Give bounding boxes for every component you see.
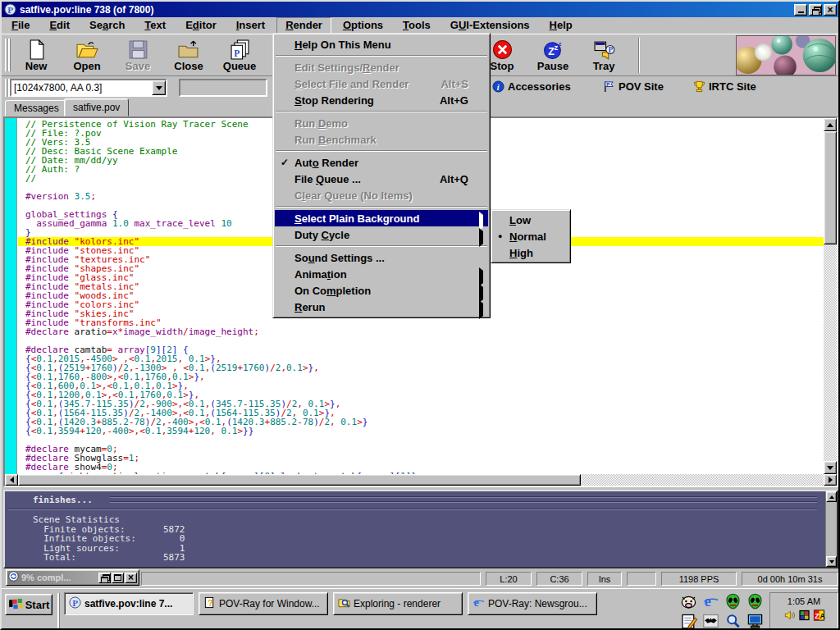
alien-icon[interactable] xyxy=(724,593,742,609)
menu-item-select-plain-background[interactable]: Select Plain Background xyxy=(275,210,488,226)
pause-button[interactable]: ZzzPause xyxy=(529,36,577,75)
restore-render-button[interactable] xyxy=(98,573,111,583)
minimized-render-window[interactable]: 9% compl... × xyxy=(6,569,139,586)
display-colors-icon[interactable] xyxy=(798,609,810,621)
link-label: IRTC Site xyxy=(709,80,756,93)
code-token: 3594 xyxy=(58,426,80,436)
submenu-item-label: Low xyxy=(509,214,564,226)
menu-item-animation[interactable]: Animation xyxy=(275,266,488,282)
render-preset-select[interactable]: [1024x7800, AA 0.3] xyxy=(10,79,167,97)
scroll-up-button[interactable] xyxy=(824,118,837,131)
menu-render[interactable]: Render xyxy=(276,17,331,34)
menu-item-auto-render[interactable]: ✓Auto Render xyxy=(275,154,488,171)
taskbar-task-satfive-pov-line-7[interactable]: Psatfive.pov:line 7... xyxy=(64,592,194,615)
bat-icon[interactable] xyxy=(702,613,719,629)
search-icon[interactable] xyxy=(724,613,742,629)
menu-editor[interactable]: Editor xyxy=(177,18,225,33)
editor-vertical-scrollbar[interactable] xyxy=(824,118,837,474)
menu-help[interactable]: Help xyxy=(541,18,581,33)
tab-satfive-pov[interactable]: satfive.pov xyxy=(64,98,129,116)
ie-icon: e xyxy=(472,596,485,611)
scroll-down-button[interactable] xyxy=(824,461,837,474)
command-line-field[interactable] xyxy=(179,79,267,97)
tray-button[interactable]: PTray xyxy=(580,36,628,75)
queue-button[interactable]: PQueue xyxy=(216,36,263,75)
menu-item-stop-rendering[interactable]: Stop RenderingAlt+G xyxy=(275,92,488,108)
menu-item-label: Edit Settings/Render xyxy=(294,62,480,74)
toolbar-grip-handle[interactable] xyxy=(5,39,11,71)
link-accessories[interactable]: iAccessories xyxy=(492,80,571,93)
menu-item-run-demo: Run Demo xyxy=(275,115,488,131)
menu-file[interactable]: File xyxy=(3,18,38,33)
link-pov-site[interactable]: PPOV Site xyxy=(603,80,664,93)
minimize-button[interactable] xyxy=(794,4,807,16)
stop-icon xyxy=(491,39,514,60)
maximize-render-button[interactable] xyxy=(112,573,124,583)
submenu-arrow-icon xyxy=(479,287,483,299)
code-token: } xyxy=(243,426,249,436)
link-irtc-site[interactable]: IRTC Site xyxy=(693,80,756,93)
cow-icon[interactable] xyxy=(680,593,697,609)
ie-icon[interactable]: e xyxy=(702,593,719,609)
new-button[interactable]: New xyxy=(12,36,60,75)
svg-text:Z: Z xyxy=(815,612,819,620)
scroll-right-button[interactable] xyxy=(824,474,837,486)
taskbar-grip-handle[interactable] xyxy=(57,593,62,629)
taskbar-task-pov-ray-for-window[interactable]: ?POV-Ray for Window... xyxy=(199,592,328,615)
queue-icon: P xyxy=(229,39,251,60)
open-button[interactable]: Open xyxy=(63,36,111,75)
insert-mode: Ins xyxy=(587,572,622,586)
windows-logo-icon xyxy=(8,598,23,612)
menu-item-label: Animation xyxy=(294,268,480,281)
menu-tools[interactable]: Tools xyxy=(395,18,439,33)
volume-icon[interactable] xyxy=(783,609,796,621)
code-line: {<0.1,3594+120,-400>,<0.1,3594+120, 0.1>… xyxy=(18,427,824,436)
menu-item-duty-cycle[interactable]: Duty Cycle xyxy=(275,226,488,243)
pause-icon: Zzz xyxy=(542,39,564,60)
vertical-scroll-thumb[interactable] xyxy=(824,131,837,244)
scroll-left-button[interactable] xyxy=(5,474,18,486)
start-button[interactable]: Start xyxy=(5,594,52,615)
horizontal-scroll-thumb[interactable] xyxy=(18,474,581,486)
menu-text[interactable]: Text xyxy=(136,18,174,33)
notepad-icon[interactable] xyxy=(680,613,697,629)
display-icon[interactable] xyxy=(746,613,764,629)
close-button[interactable]: Close xyxy=(165,36,212,75)
menu-item-file-queue[interactable]: File Queue ...Alt+Q xyxy=(275,171,488,187)
alien-icon[interactable] xyxy=(746,593,764,609)
menu-edit[interactable]: Edit xyxy=(41,18,78,33)
code-token xyxy=(107,218,112,229)
toolbar-button-label: Queue xyxy=(223,60,256,72)
menu-search[interactable]: Search xyxy=(81,18,133,33)
menu-options[interactable]: Options xyxy=(335,18,391,33)
close-render-button[interactable]: × xyxy=(125,573,137,583)
menu-gui-extensions[interactable]: GUI-Extensions xyxy=(442,18,538,33)
code-token xyxy=(69,191,75,202)
menu-item-on-completion[interactable]: On Completion xyxy=(275,282,488,299)
menu-item-sound-settings[interactable]: Sound Settings ... xyxy=(275,249,488,266)
close-button[interactable]: × xyxy=(824,4,837,16)
menu-item-rerun[interactable]: Rerun xyxy=(275,299,488,315)
messages-scrollbar[interactable] xyxy=(825,491,837,567)
code-token: / xyxy=(183,326,189,337)
submenu-arrow-icon xyxy=(479,271,483,283)
info-icon: i xyxy=(492,80,504,93)
scroll-up-button[interactable] xyxy=(826,491,837,502)
toolbar-button-label: New xyxy=(25,60,48,72)
submenu-item-normal[interactable]: ●Normal xyxy=(493,228,568,244)
zonealarm-icon[interactable]: ZA xyxy=(813,609,825,621)
editor-horizontal-scrollbar[interactable] xyxy=(5,474,824,486)
preset-dropdown-button[interactable] xyxy=(152,80,166,95)
toolbar-separator xyxy=(638,38,640,73)
svg-text:P: P xyxy=(7,5,13,15)
taskbar-task-exploring-renderer[interactable]: Exploring - renderer xyxy=(333,592,463,615)
restore-button[interactable] xyxy=(809,4,822,16)
scroll-down-button[interactable] xyxy=(826,556,837,567)
taskbar-task-pov-ray-newsgrou[interactable]: ePOV-Ray: Newsgrou... xyxy=(468,592,597,615)
submenu-item-low[interactable]: Low xyxy=(493,212,568,228)
submenu-item-high[interactable]: High xyxy=(493,244,568,261)
tab-messages[interactable]: Messages xyxy=(5,100,68,116)
menu-insert[interactable]: Insert xyxy=(228,18,273,33)
code-token: 1.0 xyxy=(112,218,129,229)
menu-item-help-on-this-menu[interactable]: Help On This Menu xyxy=(275,36,488,52)
